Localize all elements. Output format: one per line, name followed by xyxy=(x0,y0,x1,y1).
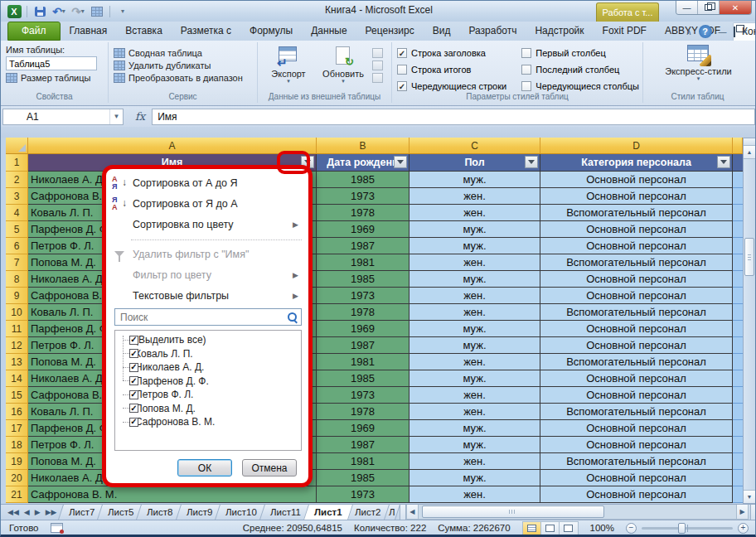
checkbox-icon[interactable]: ✓ xyxy=(129,363,138,372)
minimize-button[interactable]: — xyxy=(676,1,698,14)
zoom-out-icon[interactable]: − xyxy=(626,523,637,534)
cell-category[interactable]: Основной персонал xyxy=(540,470,733,486)
select-all-corner[interactable] xyxy=(6,138,28,154)
cell-category[interactable]: Основной персонал xyxy=(540,370,733,387)
cell-sex[interactable]: муж. xyxy=(410,221,540,238)
cell-sex[interactable]: жен. xyxy=(410,304,540,321)
column-header-A[interactable]: A xyxy=(28,138,317,154)
vertical-scrollbar[interactable]: ▲ ▼ xyxy=(743,138,756,504)
quick-styles-button[interactable]: Экспресс-стили ▾ xyxy=(648,45,749,81)
cell-category[interactable]: Основной персонал xyxy=(540,221,733,238)
cell-sex[interactable]: муж. xyxy=(410,238,540,254)
cell-sex[interactable]: жен. xyxy=(410,453,540,470)
cell-category[interactable]: Основной персонал xyxy=(540,437,733,453)
row-header-15[interactable]: 15 xyxy=(6,387,28,404)
column-header-D[interactable]: D xyxy=(540,138,733,154)
cell-birthyear[interactable]: 1981 xyxy=(317,453,410,470)
row-header-3[interactable]: 3 xyxy=(6,188,28,205)
row-header-4[interactable]: 4 xyxy=(6,205,28,221)
cell-sex[interactable]: жен. xyxy=(410,387,540,404)
cell-sex[interactable]: муж. xyxy=(410,172,540,188)
row-header-18[interactable]: 18 xyxy=(6,437,28,453)
cell-category[interactable]: Основной персонал xyxy=(540,387,733,404)
cell-birthyear[interactable]: 1978 xyxy=(317,404,410,420)
cell-birthyear[interactable]: 1973 xyxy=(317,486,410,503)
row-header-7[interactable]: 7 xyxy=(6,254,28,271)
cell-category[interactable]: Основной персонал xyxy=(540,486,733,503)
row-header-16[interactable]: 16 xyxy=(6,404,28,420)
cell-empty[interactable] xyxy=(733,354,743,370)
prev-sheet-icon[interactable]: ◀ xyxy=(24,508,30,516)
filter-value-item-5[interactable]: ✓Попова М. Д. xyxy=(120,402,301,416)
cell-sex[interactable]: муж. xyxy=(410,370,540,387)
cell-empty[interactable] xyxy=(733,453,743,470)
hscroll-thumb[interactable] xyxy=(422,506,604,518)
column-header-B[interactable]: B xyxy=(317,138,410,154)
cell-empty[interactable] xyxy=(733,404,743,420)
cell-category[interactable]: Основной персонал xyxy=(540,337,733,354)
cell-empty[interactable] xyxy=(733,288,743,304)
zoom-slider[interactable] xyxy=(642,527,733,530)
ribbon-tab-6[interactable]: Рецензирс xyxy=(356,22,424,41)
hscroll-right-icon[interactable]: ▶ xyxy=(736,505,749,520)
cell-birthyear[interactable]: 1985 xyxy=(317,470,410,486)
normal-view-button[interactable] xyxy=(523,522,541,535)
cell-birthyear[interactable]: 1978 xyxy=(317,205,410,221)
row-header-9[interactable]: 9 xyxy=(6,288,28,304)
cell-category[interactable]: Вспомогательный персонал xyxy=(540,404,733,420)
cell-birthyear[interactable]: 1973 xyxy=(317,387,410,404)
row-header-12[interactable]: 12 xyxy=(6,337,28,354)
zoom-slider-thumb[interactable] xyxy=(678,523,686,534)
insert-function-icon[interactable]: fx xyxy=(135,110,145,123)
menu-item-0[interactable]: АЯ↓Сортировка от А до Я xyxy=(109,172,303,193)
row-header-20[interactable]: 20 xyxy=(6,470,28,486)
name-box-dropdown-icon[interactable]: ▼ xyxy=(109,109,123,124)
ribbon-tab-10[interactable]: Foxit PDF xyxy=(594,22,656,41)
style-option-col1-1[interactable]: Строка итогов xyxy=(397,61,513,78)
cell-birthyear[interactable]: 1973 xyxy=(317,188,410,205)
row-header-11[interactable]: 11 xyxy=(6,321,28,337)
cell-empty[interactable] xyxy=(733,321,743,337)
cell-birthyear[interactable]: 1981 xyxy=(317,254,410,271)
ribbon-tab-9[interactable]: Надстройк xyxy=(526,22,593,41)
cell-birthyear[interactable]: 1985 xyxy=(317,271,410,288)
zoom-in-icon[interactable]: + xyxy=(738,523,749,534)
menu-item-1[interactable]: ЯА↓Сортировка от Я до А xyxy=(109,193,303,214)
row-header-2[interactable]: 2 xyxy=(6,172,28,188)
workbook-restore-icon[interactable] xyxy=(734,27,735,36)
ribbon-tab-2[interactable]: Вставка xyxy=(116,22,172,41)
checkbox-icon[interactable]: ✓ xyxy=(129,404,138,413)
cell-category[interactable]: Основной персонал xyxy=(540,172,733,188)
cell-category[interactable]: Вспомогательный персонал xyxy=(540,205,733,221)
formula-input[interactable]: Имя xyxy=(152,109,755,125)
cell-sex[interactable]: жен. xyxy=(410,254,540,271)
workbook-minimize-icon[interactable]: — xyxy=(719,27,727,36)
cell-category[interactable]: Вспомогательный персонал xyxy=(540,304,733,321)
cell-category[interactable]: Вспомогательный персонал xyxy=(540,254,733,271)
first-sheet-icon[interactable]: ◀◀ xyxy=(7,508,19,516)
checkbox-icon[interactable]: ✓ xyxy=(129,349,138,358)
ribbon-tab-8[interactable]: Разработч xyxy=(459,22,526,41)
pivot-table-button[interactable]: Сводная таблица xyxy=(114,48,254,58)
cell-empty[interactable] xyxy=(733,254,743,271)
page-layout-view-button[interactable] xyxy=(541,522,560,535)
checkbox-icon[interactable]: ✓ xyxy=(129,418,138,427)
ribbon-tab-7[interactable]: Вид xyxy=(424,22,460,41)
cell-empty[interactable] xyxy=(733,188,743,205)
ok-button[interactable]: ОК xyxy=(177,459,232,477)
cell-category[interactable]: Вспомогательный персонал xyxy=(540,453,733,470)
cell-birthyear[interactable]: 1969 xyxy=(317,221,410,238)
cell-empty[interactable] xyxy=(733,205,743,221)
cell-empty[interactable] xyxy=(733,420,743,437)
row-header-17[interactable]: 17 xyxy=(6,420,28,437)
row-header-8[interactable]: 8 xyxy=(6,271,28,288)
cell-category[interactable]: Основной персонал xyxy=(540,238,733,254)
next-sheet-icon[interactable]: ▶ xyxy=(35,508,41,516)
horizontal-scrollbar[interactable] xyxy=(419,505,736,520)
row-header-21[interactable]: 21 xyxy=(6,486,28,503)
style-option-col1-0[interactable]: ✓Строка заголовка xyxy=(397,45,513,61)
table-column-header[interactable]: Категория персонала xyxy=(540,154,733,172)
menu-item-5[interactable]: Текстовые фильтры▶ xyxy=(109,285,303,306)
filter-dropdown-icon[interactable] xyxy=(525,156,538,168)
cell-empty[interactable] xyxy=(733,238,743,254)
